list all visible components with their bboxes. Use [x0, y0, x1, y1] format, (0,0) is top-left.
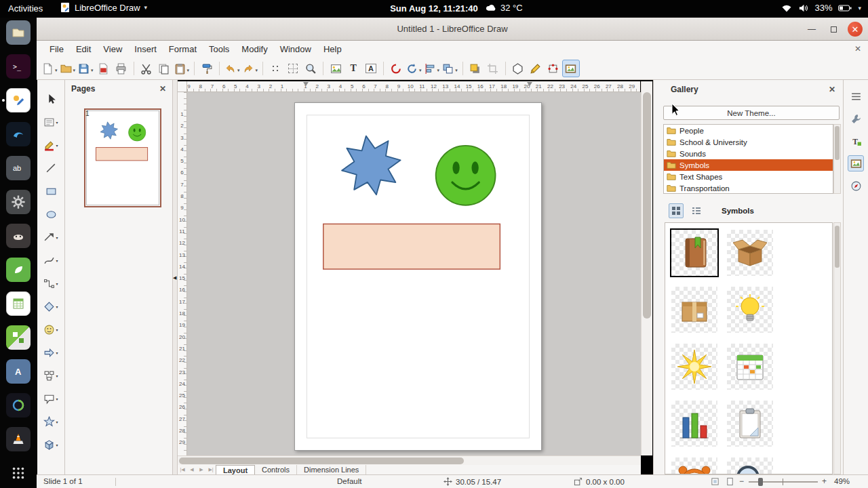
zoom-button[interactable] [302, 60, 319, 77]
new-button[interactable]: ▾ [41, 60, 59, 77]
menu-item[interactable]: View [97, 42, 128, 56]
gallery-item[interactable] [667, 281, 722, 338]
transformations-button[interactable]: ▾ [405, 60, 423, 77]
dropdown-caret-icon[interactable]: ▾ [56, 120, 58, 125]
menu-item[interactable]: Format [163, 42, 203, 56]
next-page-icon[interactable]: ▶ [197, 465, 206, 474]
save-button[interactable]: ▾ [77, 60, 95, 77]
dropdown-caret-icon[interactable]: ▾ [419, 68, 422, 73]
minimize-button[interactable]: — [804, 22, 819, 37]
fit-slide-button[interactable] [711, 477, 719, 486]
gallery-item[interactable] [722, 281, 778, 338]
ellipse-tool[interactable] [39, 205, 63, 224]
scrollbar-thumb[interactable] [835, 126, 840, 160]
gallery-theme-item[interactable]: People [664, 125, 833, 136]
print-button[interactable] [113, 60, 130, 77]
dock-app-calc[interactable] [6, 291, 31, 316]
display-grid-button[interactable] [267, 60, 284, 77]
sidebar-styles-button[interactable]: T [848, 133, 864, 149]
insert-line-tool[interactable] [39, 159, 63, 178]
rectangle-shape[interactable] [323, 224, 500, 269]
dropdown-caret-icon[interactable]: ▾ [56, 327, 58, 332]
gallery-button[interactable] [562, 60, 580, 77]
rectangle-tool[interactable] [39, 182, 63, 201]
list-view-button[interactable] [689, 203, 704, 218]
left-margin-marker[interactable] [303, 82, 309, 89]
scrollbar-thumb[interactable] [835, 226, 840, 268]
gallery-grid-scrollbar[interactable] [833, 222, 841, 474]
dropdown-caret-icon[interactable]: ▾ [56, 396, 58, 401]
cut-button[interactable] [138, 60, 155, 77]
copy-button[interactable] [155, 60, 173, 77]
line-color-tool[interactable]: ▾ [39, 136, 63, 155]
layer-tab[interactable]: Controls [255, 465, 297, 474]
lines-and-arrows-tool[interactable]: ▾ [39, 228, 63, 247]
dropdown-caret-icon[interactable]: ▾ [187, 68, 190, 73]
dock-app-vlc[interactable] [6, 427, 31, 451]
vertical-scrollbar[interactable] [641, 81, 652, 455]
dock-app-terminal[interactable]: >_ [6, 54, 31, 79]
dropdown-caret-icon[interactable]: ▾ [455, 68, 458, 73]
gallery-item[interactable] [667, 452, 722, 474]
sidebar-properties-button[interactable] [848, 110, 864, 127]
dock-app-draw[interactable] [6, 88, 31, 113]
select-tool[interactable] [39, 89, 63, 108]
insert-curve-button[interactable] [387, 60, 405, 77]
dropdown-caret-icon[interactable]: ▾ [56, 281, 58, 286]
page-style-label[interactable]: Default [337, 477, 361, 485]
clone-formatting-button[interactable] [198, 60, 216, 77]
horizontal-scrollbar-thumb[interactable] [179, 458, 464, 464]
menu-item[interactable]: Edit [70, 42, 97, 56]
right-margin-marker[interactable] [527, 82, 532, 89]
dropdown-caret-icon[interactable]: ▾ [73, 68, 76, 73]
dropdown-caret-icon[interactable]: ▾ [55, 68, 58, 73]
basic-shapes-tool[interactable]: ▾ [39, 297, 63, 316]
3d-objects-tool[interactable]: ▾ [39, 435, 63, 454]
dock-app-files[interactable] [6, 20, 31, 45]
menu-item[interactable]: File [43, 42, 70, 56]
helplines-button[interactable] [284, 60, 302, 77]
dock-app-screen-recorder[interactable] [6, 258, 31, 282]
shadow-button[interactable] [467, 60, 484, 77]
dock-app-gimp[interactable] [6, 224, 31, 248]
window-titlebar[interactable]: Untitled 1 - LibreOffice Draw — ✕ [37, 18, 868, 41]
export-pdf-button[interactable] [95, 60, 113, 77]
zoom-mode-button[interactable] [726, 477, 734, 486]
close-pages-panel-icon[interactable]: ✕ [159, 84, 166, 94]
zoom-out-button[interactable]: − [739, 476, 744, 486]
menu-item[interactable]: Window [274, 42, 317, 56]
menu-item[interactable]: Help [317, 42, 348, 56]
gallery-theme-item[interactable]: Transportation [664, 182, 833, 194]
shapes-button[interactable] [509, 60, 527, 77]
page-thumbnail[interactable] [84, 108, 161, 207]
curves-and-polygons-tool[interactable]: ▾ [39, 251, 63, 270]
panel-splitter[interactable]: ◀ [172, 80, 178, 474]
gallery-theme-item[interactable]: School & University [664, 136, 833, 148]
dropdown-caret-icon[interactable]: ▾ [56, 235, 58, 240]
gallery-item[interactable] [722, 224, 778, 281]
gallery-theme-item[interactable]: Text Shapes [664, 171, 833, 182]
zoom-percent-label[interactable]: 49% [834, 477, 850, 485]
callout-shapes-tool[interactable]: ▾ [39, 389, 63, 408]
flowchart-tool[interactable]: ▾ [39, 366, 63, 385]
dropdown-caret-icon[interactable]: ▾ [91, 68, 94, 73]
gallery-theme-item[interactable]: Sounds [664, 148, 833, 159]
close-gallery-icon[interactable]: ✕ [829, 85, 835, 94]
sidebar-gallery-button[interactable] [848, 155, 864, 171]
drawing-canvas[interactable] [187, 92, 641, 455]
dock-app-letter-a[interactable]: A [6, 359, 31, 384]
align-button[interactable]: ▾ [423, 60, 441, 77]
undo-button[interactable]: ▾ [223, 60, 241, 77]
star-shape[interactable] [342, 136, 401, 195]
edit-points-button[interactable] [527, 60, 545, 77]
dropdown-caret-icon[interactable]: ▾ [56, 258, 58, 263]
dropdown-caret-icon[interactable]: ▾ [56, 443, 58, 447]
connectors-tool[interactable]: ▾ [39, 274, 63, 293]
menu-item[interactable]: Tools [203, 42, 235, 56]
vertical-scrollbar-thumb[interactable] [643, 92, 651, 319]
dock-app-suite[interactable] [6, 325, 31, 350]
block-arrows-tool[interactable]: ▾ [39, 343, 63, 362]
dropdown-caret-icon[interactable]: ▾ [56, 143, 58, 148]
dropdown-caret-icon[interactable]: ▾ [256, 68, 258, 73]
insert-image-button[interactable] [327, 60, 344, 77]
